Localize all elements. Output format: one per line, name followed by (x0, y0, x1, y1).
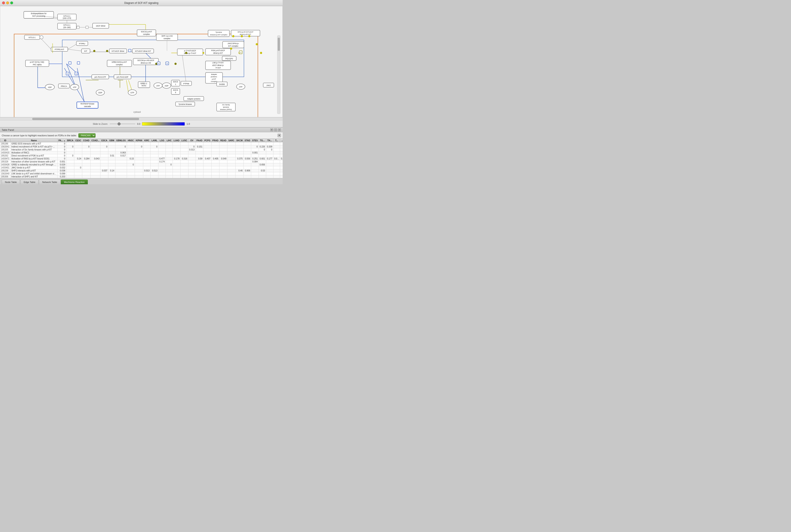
col-th[interactable]: TH... (266, 139, 273, 142)
cell-val-3 (90, 172, 100, 175)
data-table-wrapper[interactable]: ID Name PA... BRCA CESC COAD COAD... ESC… (0, 139, 283, 178)
cell-val-20 (227, 175, 235, 178)
cell-val-11 (159, 163, 166, 166)
cell-val-22: 0.906 (244, 169, 251, 172)
cell-val-24: 0.656 (259, 163, 266, 166)
cell-val-19 (219, 148, 227, 151)
svg-text:SH2B3: SH2B3 (219, 83, 225, 86)
cell-val-25 (266, 154, 273, 157)
tab-network-table[interactable]: Network Table (39, 179, 60, 184)
cancer-label: Choose a cancer type to highlight reacti… (2, 134, 77, 137)
col-cesc[interactable]: CESC (74, 139, 82, 142)
cell-val-9 (143, 175, 150, 178)
zoom-slider[interactable] (110, 124, 135, 124)
table-row[interactable]: 205262Direct recruitment of PI3K to p-KI… (0, 154, 283, 157)
cell-val-4 (100, 148, 108, 151)
cell-val-6: 0 (115, 145, 127, 148)
col-prad[interactable]: PRAD (211, 139, 219, 142)
col-gbmlgg[interactable]: GBMLGG (115, 139, 127, 142)
svg-rect-159 (277, 36, 280, 114)
table-row[interactable]: 1433451JAK2 binds to p-KIT0.03200.... (0, 166, 283, 169)
cell-val-8 (135, 151, 143, 154)
svg-rect-100 (171, 80, 180, 86)
cell-val-12: 0 (166, 163, 172, 166)
col-kirc[interactable]: KIRC (143, 139, 150, 142)
close-button[interactable] (2, 1, 5, 4)
table-row[interactable]: 1433471Activation of RAS by p-KIT bound … (0, 157, 283, 160)
tab-edge-table[interactable]: Edge Table (20, 179, 39, 184)
tab-mechismo-reaction[interactable]: Mechismo Reaction (61, 179, 88, 184)
col-pcpg[interactable]: PCPG (203, 139, 211, 142)
col-lihc[interactable]: LIHC (166, 139, 172, 142)
cancer-close-button[interactable]: ✕ (277, 134, 281, 137)
col-sarc[interactable]: SARC (227, 139, 235, 142)
cell-val-15 (188, 175, 196, 178)
cell-id: 1562641 (0, 145, 11, 148)
table-row[interactable]: 1433415Activation of RAC100.0630.001 (0, 151, 283, 154)
table-row[interactable]: 1562641Indirect recruitment of PI3K to K… (0, 145, 283, 148)
table-row[interactable]: 205238SHP2 interacts with p-KIT0.0380.03… (0, 169, 283, 172)
svg-point-152 (230, 48, 232, 50)
table-row[interactable]: 205205Interaction of Src family kinases … (0, 148, 283, 151)
col-coad[interactable]: COAD (82, 139, 90, 142)
cell-val-1 (74, 160, 82, 163)
col-paad[interactable]: PAAD (196, 139, 203, 142)
minimize-button[interactable] (6, 1, 9, 4)
cell-name: Interaction of Src family kinases with p… (10, 148, 57, 151)
cell-val-1: 0.24 (74, 157, 82, 160)
col-pa[interactable]: PA... (57, 139, 66, 142)
cell-val-18 (211, 148, 219, 151)
col-ov[interactable]: OV (188, 139, 196, 142)
svg-text:KIT: KIT (84, 50, 87, 52)
table-row[interactable]: 1433428GRB2 is indirectly recruited to p… (0, 163, 283, 166)
col-name[interactable]: Name (10, 139, 57, 142)
col-esca[interactable]: ESCA (100, 139, 108, 142)
table-row[interactable]: 205328Interaction of other tyrosine kina… (0, 160, 283, 163)
svg-text:complex: complex (143, 33, 150, 35)
svg-point-153 (239, 52, 241, 54)
table-row[interactable]: 205286GRB2:SOS interacts with p-KIT0 (0, 142, 283, 145)
col-lusc[interactable]: LUSC (181, 139, 188, 142)
col-read[interactable]: READ (219, 139, 227, 142)
cell-val-2 (82, 148, 90, 151)
col-lgg[interactable]: LGG (159, 139, 166, 142)
cell-val-3 (90, 145, 100, 148)
col-skcm[interactable]: SKCM (235, 139, 243, 142)
table-row[interactable]: 1562640LNK binds to p-KIT and inhibit do… (0, 172, 283, 175)
col-id[interactable]: ID (0, 139, 11, 142)
col-coad2[interactable]: COAD... (90, 139, 100, 142)
tab-node-table[interactable]: Node Table (2, 179, 20, 184)
cell-val-4 (100, 142, 108, 145)
cell-val-23 (251, 166, 259, 169)
maximize-button[interactable] (10, 1, 13, 4)
col-hnsc[interactable]: HNSC (127, 139, 135, 142)
col-luad[interactable]: LUAD (172, 139, 181, 142)
col-brca[interactable]: BRCA (66, 139, 74, 142)
cell-val-4 (100, 175, 108, 178)
cell-val-4 (100, 163, 108, 166)
panel-close-button[interactable]: ✕ (278, 128, 281, 131)
cell-val-26 (273, 151, 280, 154)
svg-rect-59 (25, 60, 49, 66)
col-kipan[interactable]: KIPAN (135, 139, 143, 142)
col-t[interactable]: T... (273, 139, 280, 142)
col-stad[interactable]: STAD (244, 139, 251, 142)
scrollbar-thumb[interactable] (32, 118, 139, 120)
col-stes[interactable]: STES (251, 139, 259, 142)
panel-controls: ▼ □ ✕ (270, 128, 281, 131)
col-more[interactable]: ... (280, 139, 283, 142)
cell-val-4 (100, 166, 108, 169)
table-row[interactable]: 205306Interaction of SHP1 and KIT0.203 (0, 175, 283, 178)
col-laml[interactable]: LAML (150, 139, 159, 142)
col-gbm[interactable]: GBM (108, 139, 115, 142)
cell-val-25 (266, 151, 273, 154)
svg-text:(26–190): (26–190) (63, 26, 71, 28)
cancer-type-select[interactable]: PANCAN (78, 133, 95, 138)
cell-val-16 (196, 160, 203, 163)
col-tg[interactable]: TG... (259, 139, 266, 142)
cell-val-21 (235, 151, 243, 154)
cell-val-14: 0.316 (181, 157, 188, 160)
panel-collapse-button[interactable]: ▼ (270, 128, 273, 131)
panel-detach-button[interactable]: □ (274, 128, 277, 131)
horizontal-scrollbar[interactable] (0, 117, 283, 120)
